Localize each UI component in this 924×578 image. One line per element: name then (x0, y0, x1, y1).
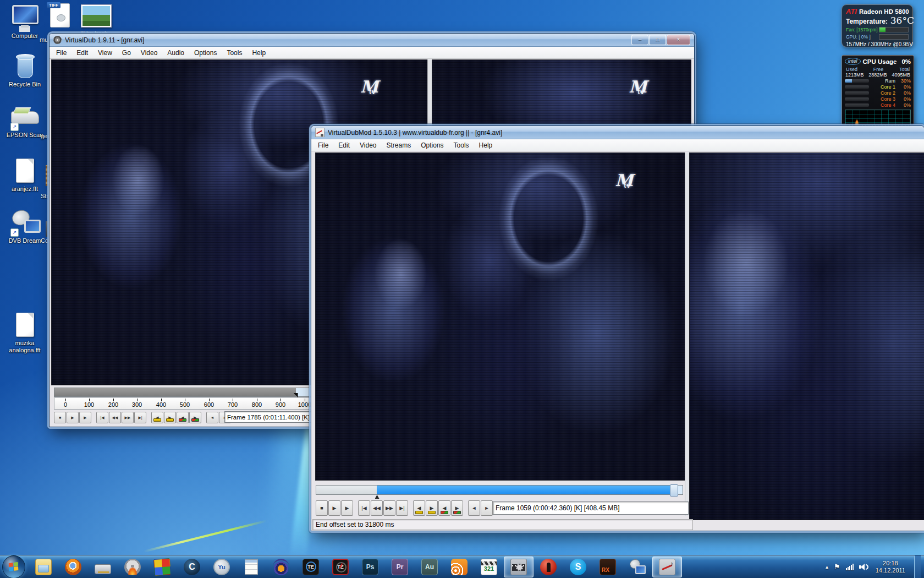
next-keyframe-button[interactable]: ▶ (426, 500, 438, 516)
ruler-tick: 100 (77, 401, 101, 408)
taskbar-button-blocks-app[interactable] (147, 557, 177, 577)
taskbar-button-dvb-dream[interactable] (623, 557, 652, 577)
close-button[interactable]: × (667, 35, 690, 45)
red-ball-app-icon (540, 559, 557, 575)
stop-button[interactable]: ■ (316, 500, 328, 516)
virtualdub-titlebar[interactable]: VirtualDub 1.9.11 - [gnr.avi] – □ × (50, 34, 694, 47)
step-backward-button[interactable]: ◀◀ (371, 500, 383, 516)
hidden-icons-arrow[interactable]: ▴ (826, 564, 828, 570)
next-scene-button[interactable]: ▶ (189, 412, 201, 423)
prev-scene-button[interactable]: ◀ (438, 500, 450, 516)
go-end-button[interactable]: ▶| (134, 412, 146, 423)
taskbar-button-notepad[interactable] (237, 557, 266, 577)
menu-help[interactable]: Help (247, 48, 271, 58)
image-thumbnail-icon (81, 4, 112, 28)
cpu-usage-gadget[interactable]: intel CPU Usage 0% Used Free Total 1213M… (842, 55, 914, 126)
prev-keyframe-button[interactable]: ◀ (413, 500, 425, 516)
system-tray: ▴ ⚑ 20:18 14.12.2011 (826, 555, 923, 578)
ram-percent: 30% (898, 78, 911, 84)
step-forward-button[interactable]: ▶▶ (122, 412, 134, 423)
menu-video[interactable]: Video (136, 48, 162, 58)
play-input-button[interactable]: ▶ (328, 500, 340, 516)
next-scene-button[interactable]: ▶ (451, 500, 463, 516)
premiere-icon: Pr (392, 559, 408, 575)
ati-logo: ATI (846, 7, 857, 15)
menu-tools[interactable]: Tools (222, 48, 247, 58)
menu-options[interactable]: Options (189, 48, 222, 58)
desktop-icon-muzika-analogna-fft[interactable]: muzika analogna.fft (0, 312, 50, 354)
minimize-button[interactable]: – (631, 35, 648, 45)
keyframe-accent-icon (153, 418, 161, 422)
ruler-tick: 600 (197, 401, 221, 408)
show-desktop-button[interactable] (914, 555, 921, 578)
menu-edit[interactable]: Edit (72, 48, 93, 58)
start-button[interactable] (2, 555, 25, 578)
taskbar-button-scanner[interactable] (88, 557, 118, 577)
maximize-button[interactable]: □ (649, 35, 666, 45)
taskbar-button-windows-explorer[interactable] (29, 557, 58, 577)
menu-streams[interactable]: Streams (382, 140, 416, 150)
taskbar-button-virtualdub[interactable] (504, 557, 534, 577)
menu-video[interactable]: Video (355, 140, 381, 150)
volume-icon[interactable] (859, 564, 868, 570)
go-end-button[interactable]: ▶| (396, 500, 408, 516)
position-slider[interactable] (316, 485, 683, 495)
play-output-button[interactable]: ▶ (79, 412, 91, 423)
selection-marker-icon (375, 495, 380, 499)
taskbar-button-izotope-rx[interactable]: RX (593, 557, 623, 577)
menu-options[interactable]: Options (416, 140, 448, 150)
taskbar-button-nero[interactable] (118, 557, 147, 577)
menu-file[interactable]: File (313, 140, 333, 150)
menu-audio[interactable]: Audio (162, 48, 189, 58)
core1-label: Core 1 (871, 84, 895, 90)
mark-in-button[interactable]: ◄ (206, 412, 218, 423)
taskbar-button-photoshop[interactable]: Ps (355, 557, 385, 577)
desktop-icon-label: muzika analogna.fft (0, 340, 50, 354)
taskbar-button-virtualdubmod[interactable] (652, 557, 682, 577)
desktop-icon-image-file[interactable] (72, 4, 121, 28)
scene-accent-icon (179, 418, 186, 422)
taskbar-clock[interactable]: 20:18 14.12.2011 (873, 560, 908, 574)
mark-out-button[interactable]: ► (481, 500, 493, 516)
stop-button[interactable]: ■ (54, 412, 66, 423)
taskbar-button-firefox[interactable] (58, 557, 88, 577)
slider-thumb[interactable] (670, 484, 678, 497)
taskbar-button-red-ball-app[interactable] (534, 557, 563, 577)
desktop-icon-recycle-bin[interactable]: Recycle Bin (0, 53, 50, 88)
taskbar-button-premiere[interactable]: Pr (385, 557, 415, 577)
menu-help[interactable]: Help (474, 140, 498, 150)
menu-file[interactable]: File (51, 48, 72, 58)
ati-gpu-gadget[interactable]: ATI Radeon HD 5800 Temperature: 36°C Fan… (842, 4, 913, 47)
taskbar-button-skype[interactable]: S (563, 557, 593, 577)
ruler-tick: 900 (268, 401, 293, 408)
prev-keyframe-button[interactable]: ◀ (151, 412, 163, 423)
prev-scene-button[interactable]: ◀ (177, 412, 189, 423)
next-keyframe-button[interactable]: ▶ (164, 412, 176, 423)
menu-view[interactable]: View (93, 48, 117, 58)
action-center-flag-icon[interactable]: ⚑ (834, 563, 840, 571)
play-output-button[interactable]: ▶ (341, 500, 353, 516)
taskbar-button-media-player-classic[interactable]: 321 (474, 557, 504, 577)
taskbar-button-yu-player[interactable]: Yu (207, 557, 237, 577)
go-start-button[interactable]: |◀ (358, 500, 370, 516)
taskbar-button-rss-reader[interactable] (444, 557, 474, 577)
vdm-transport-controls: ■ ▶ ▶ |◀ ◀◀ ▶▶ ▶| ◀ ▶ ◀ ▶ ◄ ► (316, 500, 493, 516)
ruler-tick: 200 (101, 401, 125, 408)
virtualdubmod-titlebar[interactable]: VirtualDubMod 1.5.10.3 | www.virtualdub-… (311, 126, 924, 139)
step-forward-button[interactable]: ▶▶ (383, 500, 395, 516)
menu-edit[interactable]: Edit (333, 140, 355, 150)
go-start-button[interactable]: |◀ (96, 412, 108, 423)
taskbar-button-audition[interactable]: Au (415, 557, 444, 577)
taskbar-button-tmpgenc[interactable]: TE (296, 557, 326, 577)
menu-tools[interactable]: Tools (449, 140, 474, 150)
taskbar-button-tmpgenc-red[interactable]: TE (326, 557, 355, 577)
mark-in-button[interactable]: ◄ (468, 500, 480, 516)
shortcut-arrow-icon: ↗ (10, 123, 19, 131)
play-input-button[interactable]: ▶ (67, 412, 79, 423)
desktop-icon-aranjez-fft[interactable]: aranjez.fft (0, 157, 50, 193)
taskbar-button-ccleaner[interactable]: C (177, 557, 207, 577)
taskbar-button-audacity[interactable] (266, 557, 296, 577)
menu-go[interactable]: Go (117, 48, 136, 58)
network-icon[interactable] (846, 564, 854, 570)
step-backward-button[interactable]: ◀◀ (109, 412, 121, 423)
